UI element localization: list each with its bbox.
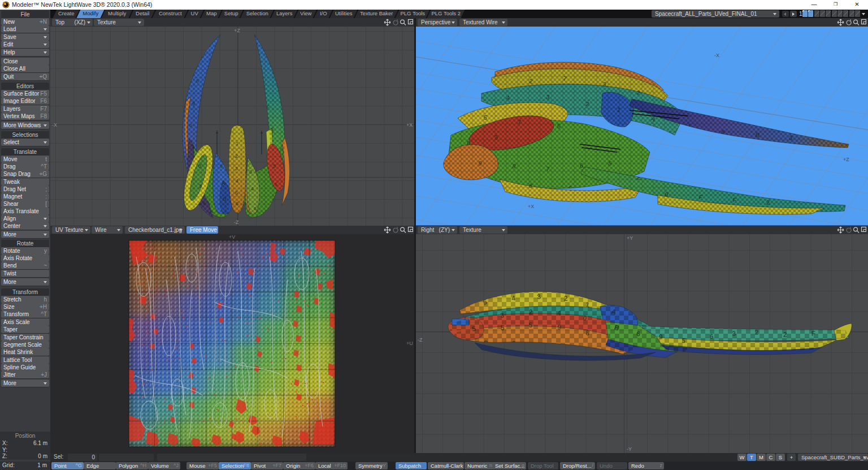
svg-text:5: 5 [235, 190, 238, 196]
svg-text:-X: -X [52, 122, 57, 128]
svg-text:9: 9 [512, 340, 516, 348]
svg-text:4: 4 [251, 186, 254, 192]
svg-text:+X: +X [406, 122, 413, 128]
svg-text:-X: -X [714, 53, 719, 58]
svg-text:2: 2 [235, 153, 238, 159]
svg-text:6: 6 [721, 128, 726, 136]
svg-text:9: 9 [659, 333, 663, 341]
svg-text:-Z: -Z [418, 337, 423, 343]
svg-text:6: 6 [236, 201, 238, 206]
svg-text:+X: +X [528, 204, 534, 209]
svg-text:A: A [222, 180, 225, 186]
svg-text:5: 5 [501, 324, 505, 332]
svg-text:-Y: -Y [627, 446, 632, 452]
svg-text:5: 5 [682, 337, 686, 344]
svg-text:8: 8 [529, 182, 533, 189]
svg-text:3: 3 [789, 134, 793, 141]
svg-text:5: 5 [484, 114, 487, 121]
svg-text:3: 3 [235, 166, 238, 171]
svg-text:+Z: +Z [843, 157, 849, 162]
svg-text:1: 1 [192, 144, 194, 149]
svg-text:5: 5 [528, 321, 533, 329]
svg-text:+U: +U [406, 340, 413, 346]
svg-text:6: 6 [636, 330, 641, 338]
svg-text:4: 4 [506, 94, 510, 101]
svg-text:6: 6 [580, 162, 583, 169]
svg-text:+Y: +Y [627, 235, 633, 241]
svg-text:5: 5 [557, 123, 561, 130]
svg-text:2: 2 [754, 329, 759, 337]
svg-text:F: F [811, 330, 815, 338]
svg-text:2: 2 [783, 331, 787, 339]
svg-text:9: 9 [220, 163, 223, 169]
svg-text:2: 2 [766, 199, 770, 206]
svg-text:4: 4 [236, 178, 238, 184]
svg-text:5: 5 [275, 182, 277, 187]
svg-text:0: 0 [189, 123, 192, 128]
svg-text:7: 7 [518, 118, 522, 126]
svg-text:6: 6 [203, 200, 206, 206]
svg-text:-Z: -Z [234, 219, 239, 225]
svg-text:3: 3 [273, 163, 276, 169]
svg-text:8: 8 [568, 344, 574, 352]
svg-text:0: 0 [198, 163, 201, 169]
svg-text:+Z: +Z [234, 28, 240, 33]
svg-text:5: 5 [271, 127, 274, 132]
svg-text:6: 6 [709, 333, 714, 340]
svg-text:1: 1 [236, 141, 238, 146]
svg-text:3: 3 [199, 183, 202, 189]
svg-text:A: A [210, 209, 214, 214]
svg-text:6: 6 [467, 140, 470, 146]
svg-text:3: 3 [249, 169, 252, 175]
svg-text:2: 2 [529, 308, 533, 316]
svg-text:E: E [275, 202, 279, 208]
svg-text:2: 2 [564, 295, 568, 303]
svg-text:B: B [223, 196, 227, 202]
svg-text:9: 9 [540, 341, 545, 349]
svg-text:+V: +V [229, 234, 235, 240]
svg-text:6: 6 [254, 206, 257, 212]
